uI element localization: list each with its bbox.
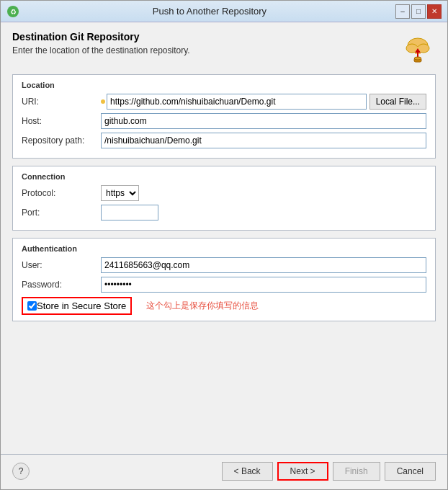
window-content: Destination Git Repository Enter the loc…	[1, 22, 447, 489]
main-window: ♻ Push to Another Repository – □ ✕ Desti…	[0, 0, 448, 490]
port-row: Port:	[22, 205, 426, 220]
footer: ? < Back Next > Finish Cancel	[12, 455, 436, 481]
authentication-label: Authentication	[22, 244, 426, 253]
window-controls: – □ ✕	[395, 4, 442, 19]
location-label: Location	[22, 81, 426, 89]
host-label: Host:	[22, 116, 101, 126]
content-spacer	[12, 329, 436, 454]
user-row: User:	[22, 257, 426, 273]
local-file-button[interactable]: Local File...	[369, 94, 426, 110]
minimize-button[interactable]: –	[395, 4, 410, 19]
repo-path-label: Repository path:	[22, 135, 101, 146]
back-button[interactable]: < Back	[222, 462, 273, 481]
repo-path-row: Repository path:	[22, 133, 426, 148]
required-indicator	[101, 99, 105, 104]
connection-section: Connection Protocol: https http ssh git …	[12, 166, 436, 231]
port-label: Port:	[22, 208, 101, 218]
next-button[interactable]: Next >	[277, 462, 328, 481]
host-row: Host:	[22, 113, 426, 129]
uri-input[interactable]	[107, 94, 367, 110]
page-subtitle: Enter the location of the destination re…	[12, 45, 190, 55]
help-button[interactable]: ?	[12, 463, 30, 480]
close-button[interactable]: ✕	[427, 4, 442, 19]
header-section: Destination Git Repository Enter the loc…	[12, 31, 436, 67]
title-bar: ♻ Push to Another Repository – □ ✕	[1, 1, 447, 22]
store-checkbox-container: Store in Secure Store	[22, 297, 132, 315]
password-label: Password:	[22, 280, 101, 290]
password-input[interactable]	[101, 277, 426, 293]
host-input[interactable]	[101, 113, 426, 129]
connection-label: Connection	[22, 172, 426, 181]
repo-path-input[interactable]	[101, 133, 426, 148]
uri-row: URI: Local File...	[22, 94, 426, 110]
upload-icon	[400, 31, 436, 67]
protocol-select[interactable]: https http ssh git	[101, 185, 139, 201]
protocol-label: Protocol:	[22, 188, 101, 198]
finish-button[interactable]: Finish	[333, 462, 380, 481]
svg-text:♻: ♻	[10, 8, 17, 16]
user-label: User:	[22, 260, 101, 270]
window-title: Push to Another Repository	[24, 6, 395, 17]
store-row: Store in Secure Store 这个勾上是保存你填写的信息	[22, 297, 426, 315]
user-input[interactable]	[101, 257, 426, 273]
cancel-button[interactable]: Cancel	[385, 462, 436, 481]
svg-point-9	[414, 57, 421, 60]
store-checkbox[interactable]	[27, 301, 37, 311]
password-row: Password:	[22, 277, 426, 293]
annotation-text: 这个勾上是保存你填写的信息	[146, 300, 259, 312]
authentication-section: Authentication User: Password: Store in …	[12, 238, 436, 321]
port-input[interactable]	[101, 205, 158, 220]
location-section: Location URI: Local File... Host: Reposi…	[12, 74, 436, 159]
maximize-button[interactable]: □	[411, 4, 426, 19]
page-title: Destination Git Repository	[12, 31, 190, 43]
app-icon: ♻	[6, 5, 19, 18]
protocol-row: Protocol: https http ssh git	[22, 185, 426, 201]
uri-label: URI:	[22, 97, 101, 107]
store-checkbox-label[interactable]: Store in Secure Store	[37, 300, 126, 311]
header-text: Destination Git Repository Enter the loc…	[12, 31, 190, 55]
